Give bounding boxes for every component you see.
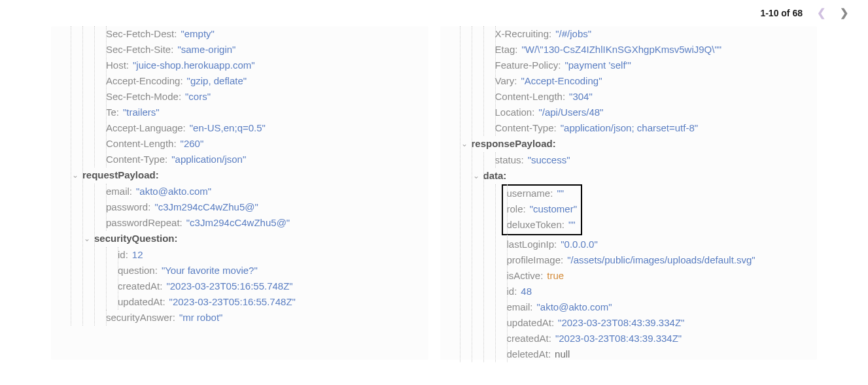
key-label: question xyxy=(118,263,158,278)
section-label: securityQuestion: xyxy=(94,231,178,246)
kv-row: Te"trailers" xyxy=(106,105,423,120)
key-label: Content-Length xyxy=(106,136,177,152)
value: "304" xyxy=(569,89,593,105)
section-label: requestPayload: xyxy=(82,167,159,183)
kv-row: email"akto@akto.com" xyxy=(106,184,423,199)
kv-row: Accept-Language"en-US,en;q=0.5" xyxy=(106,120,423,136)
value: 12 xyxy=(132,247,143,263)
kv-row: profileImage"/assets/public/images/uploa… xyxy=(507,252,812,268)
key-label: X-Recruiting xyxy=(495,26,552,42)
value: "/api/Users/48" xyxy=(538,105,603,120)
kv-row: Sec-Fetch-Dest"empty" xyxy=(106,26,423,42)
value: "customer" xyxy=(530,201,577,217)
section-head-row: ⌄ requestPayload: xyxy=(71,167,423,184)
value: "c3Jm294cC4wZhu5@" xyxy=(186,215,290,231)
collapse-toggle-icon[interactable]: ⌄ xyxy=(82,231,92,246)
kv-row: createdAt"2023-03-23T05:16:55.748Z" xyxy=(118,278,423,294)
pagination-bar: 1-10 of 68 ❮ ❯ xyxy=(760,7,848,19)
key-label: id xyxy=(507,284,517,299)
kv-row: id12 xyxy=(118,247,423,263)
response-column: X-Recruiting"/#/jobs" Etag"W/\"130-CsZ4I… xyxy=(440,26,818,360)
value: "260" xyxy=(181,136,204,152)
request-column: Sec-Fetch-Dest"empty" Sec-Fetch-Site"sam… xyxy=(51,26,428,360)
collapse-toggle-icon[interactable]: ⌄ xyxy=(71,167,80,183)
kv-row: role"customer" xyxy=(507,201,578,217)
value: "en-US,en;q=0.5" xyxy=(190,120,266,136)
section-label: data: xyxy=(483,168,507,184)
kv-row: Etag"W/\"130-CsZ4IZhlIKnSGXhgpKmsv5wiJ9Q… xyxy=(495,42,812,58)
kv-row: email"akto@akto.com" xyxy=(507,299,812,315)
kv-row: Content-Length"304" xyxy=(495,89,812,105)
pagination-prev-icon[interactable]: ❮ xyxy=(817,7,825,19)
kv-row: Sec-Fetch-Site"same-origin" xyxy=(106,42,423,58)
value: "gzip, deflate" xyxy=(187,73,247,89)
kv-row: Vary"Accept-Encoding" xyxy=(495,73,812,89)
key-label: id xyxy=(118,247,128,263)
kv-row: question"Your favorite movie?" xyxy=(118,263,423,278)
value: "Accept-Encoding" xyxy=(521,73,602,89)
value: "2023-03-23T08:43:39.334Z" xyxy=(555,331,682,346)
kv-row: Content-Type"application/json; charset=u… xyxy=(495,120,812,136)
highlighted-fields-box: username"" role"customer" deluxeToken"" xyxy=(502,184,583,235)
value: "empty" xyxy=(181,26,215,42)
kv-row: Accept-Encoding"gzip, deflate" xyxy=(106,73,423,89)
key-label: Te xyxy=(106,105,119,120)
key-label: Host xyxy=(106,58,129,73)
collapse-toggle-icon[interactable]: ⌄ xyxy=(472,168,481,184)
value: "2023-03-23T05:16:55.748Z" xyxy=(166,278,292,294)
section-label: responsePayload: xyxy=(472,136,556,152)
value: "success" xyxy=(528,152,570,168)
key-label: createdAt xyxy=(507,331,551,346)
value: "" xyxy=(557,186,564,201)
value: true xyxy=(547,268,564,284)
value: "0.0.0.0" xyxy=(561,237,598,252)
key-label: password xyxy=(106,199,150,215)
value: "/#/jobs" xyxy=(555,26,591,42)
kv-row: Content-Type"application/json" xyxy=(106,152,423,167)
key-label: Content-Type xyxy=(495,120,557,136)
key-label: deletedAt xyxy=(507,346,551,362)
key-label: Vary xyxy=(495,73,517,89)
value: "cors" xyxy=(185,89,211,105)
key-label: Sec-Fetch-Mode xyxy=(106,89,181,105)
value: "juice-shop.herokuapp.com" xyxy=(133,58,255,73)
value: "mr robot" xyxy=(179,310,223,326)
kv-row: createdAt"2023-03-23T08:43:39.334Z" xyxy=(507,331,812,346)
key-label: Content-Type xyxy=(106,152,167,167)
kv-row: Content-Length"260" xyxy=(106,136,423,152)
kv-row: deluxeToken"" xyxy=(507,217,578,233)
value: "akto@akto.com" xyxy=(537,299,612,315)
value: "2023-03-23T08:43:39.334Z" xyxy=(558,315,684,331)
value: "/assets/public/images/uploads/default.s… xyxy=(567,252,755,268)
value: "" xyxy=(568,217,576,233)
value: 48 xyxy=(521,284,532,299)
key-label: deluxeToken xyxy=(507,217,564,233)
key-label: username xyxy=(507,186,553,201)
collapse-toggle-icon[interactable]: ⌄ xyxy=(460,136,469,152)
key-label: Sec-Fetch-Dest xyxy=(106,26,177,42)
value: "application/json; charset=utf-8" xyxy=(561,120,698,136)
kv-row: Host"juice-shop.herokuapp.com" xyxy=(106,58,423,73)
kv-row: Sec-Fetch-Mode"cors" xyxy=(106,89,423,105)
section-head-row: ⌄ responsePayload: xyxy=(460,136,812,152)
kv-row: securityAnswer"mr robot" xyxy=(106,310,423,326)
key-label: passwordRepeat xyxy=(106,215,182,231)
payload-columns: Sec-Fetch-Dest"empty" Sec-Fetch-Site"sam… xyxy=(0,0,868,373)
kv-row: lastLoginIp"0.0.0.0" xyxy=(507,237,812,252)
key-label: email xyxy=(507,299,533,315)
pagination-next-icon[interactable]: ❯ xyxy=(840,7,848,19)
value: "akto@akto.com" xyxy=(136,184,211,199)
kv-row: Feature-Policy"payment 'self'" xyxy=(495,58,812,73)
kv-row: deletedAtnull xyxy=(507,346,812,362)
pagination-label: 1-10 of 68 xyxy=(760,8,803,18)
key-label: updatedAt xyxy=(507,315,555,331)
key-label: profileImage xyxy=(507,252,564,268)
key-label: securityAnswer xyxy=(106,310,175,326)
key-label: role xyxy=(507,201,526,217)
kv-row: isActivetrue xyxy=(507,268,812,284)
key-label: Accept-Encoding xyxy=(106,73,183,89)
kv-row: id48 xyxy=(507,284,812,299)
value: "same-origin" xyxy=(177,42,235,58)
section-head-row: ⌄ data: xyxy=(472,168,812,184)
section-head-row: ⌄ securityQuestion: xyxy=(82,231,423,247)
